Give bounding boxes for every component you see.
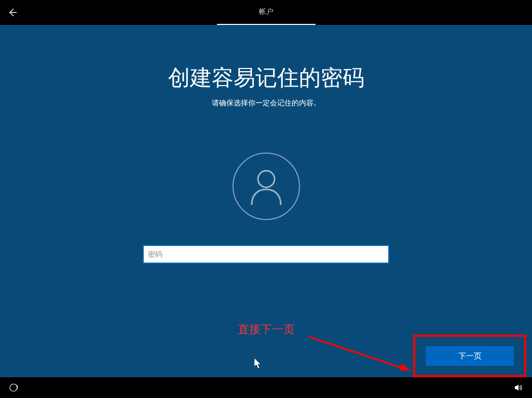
- annotation-arrow-icon: [306, 334, 417, 377]
- svg-point-0: [258, 171, 275, 187]
- top-bar: 帐户: [0, 0, 532, 25]
- bottom-bar: [0, 377, 532, 398]
- svg-marker-1: [400, 363, 410, 370]
- annotation-direct-next: 直接下一页: [238, 322, 295, 337]
- annotation-highlight-box: 下一页: [413, 335, 526, 377]
- password-input[interactable]: [143, 245, 389, 264]
- accessibility-icon: [9, 383, 18, 392]
- back-arrow-icon: [7, 7, 18, 18]
- volume-button[interactable]: [511, 380, 526, 395]
- svg-point-2: [10, 384, 17, 391]
- tab-account[interactable]: 帐户: [217, 0, 316, 25]
- main-content: 创建容易记住的密码 请确保选择你一定会记住的内容。 直接下一页 下一页: [0, 25, 532, 377]
- user-icon: [245, 166, 287, 207]
- accessibility-button[interactable]: [6, 380, 21, 395]
- avatar-circle: [233, 153, 300, 220]
- page-subtitle: 请确保选择你一定会记住的内容。: [212, 99, 321, 108]
- cursor-icon: [254, 358, 263, 369]
- next-button[interactable]: 下一页: [426, 346, 514, 366]
- volume-icon: [514, 383, 523, 392]
- back-button[interactable]: [0, 0, 25, 25]
- page-title: 创建容易记住的密码: [168, 63, 364, 92]
